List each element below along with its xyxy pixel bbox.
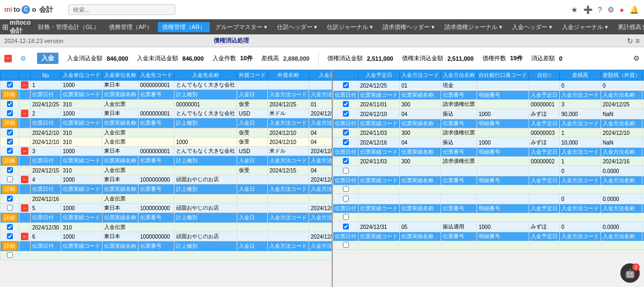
sub-checkbox[interactable]: [7, 167, 13, 173]
nav-item-seikyu-header[interactable]: 請求債権ヘッダー ▾: [378, 22, 439, 32]
detail-button[interactable]: 詳細: [2, 119, 17, 127]
nav-item-nyukin-journal[interactable]: 入金ジャーナル ▾: [558, 22, 612, 32]
sub-hdr-btn-cell[interactable]: 詳細: [1, 156, 19, 166]
row-minus-btn[interactable]: −: [21, 204, 28, 212]
sub-checkbox[interactable]: [7, 101, 13, 107]
person-icon[interactable]: ●: [619, 4, 625, 15]
gear-icon[interactable]: ⚙: [606, 4, 616, 15]
sub-check[interactable]: [1, 100, 19, 109]
rsub-checkbox[interactable]: [343, 101, 349, 107]
sub-check[interactable]: [1, 223, 19, 232]
nav-item-ruikei[interactable]: 累計残高データ年別 ▾: [613, 22, 644, 32]
rrow-checkbox-cell[interactable]: [333, 81, 358, 91]
nav-item-ar[interactable]: 債権管理（AR）: [158, 22, 210, 32]
row-checkbox[interactable]: [7, 205, 13, 211]
row-checkbox[interactable]: [7, 148, 13, 154]
empty-check[interactable]: [1, 252, 19, 260]
rempty-check[interactable]: [333, 241, 358, 250]
chat-bubble[interactable]: 🤖 2: [620, 263, 640, 283]
sub-check[interactable]: [1, 195, 19, 204]
rsub-check[interactable]: [333, 157, 358, 166]
row-checkbox-cell[interactable]: [1, 147, 19, 156]
nav-item-ap[interactable]: 債務管理（AP）: [105, 22, 157, 32]
row-checkbox-cell[interactable]: [1, 175, 19, 184]
rsub-check[interactable]: [333, 128, 358, 138]
rrow-checkbox[interactable]: [343, 196, 349, 202]
empty-checkbox[interactable]: [7, 252, 13, 258]
rrow-checkbox[interactable]: [343, 224, 349, 229]
rsub-check[interactable]: [333, 100, 358, 109]
search-box[interactable]: [68, 4, 175, 15]
sub-hdr-btn-cell[interactable]: 詳細: [1, 241, 19, 252]
detail-button[interactable]: 詳細: [2, 185, 17, 193]
rrow-checkbox-cell[interactable]: [333, 222, 358, 232]
rrow-checkbox-cell[interactable]: [333, 138, 358, 148]
row-minus-btn[interactable]: −: [21, 110, 28, 117]
rempty-check[interactable]: [333, 185, 358, 194]
row-minus-btn[interactable]: −: [21, 147, 28, 155]
star-icon[interactable]: ★: [570, 4, 579, 15]
rrow-checkbox-cell[interactable]: [333, 166, 358, 176]
nav-item-shiwake-header[interactable]: 仕訳ヘッダー ▾: [273, 22, 321, 32]
rrow-jisha: [529, 81, 560, 91]
rsub-checkbox[interactable]: [343, 158, 349, 164]
sub-checkbox[interactable]: [7, 224, 13, 230]
rempty-checkbox[interactable]: [343, 242, 349, 248]
nav-grid-icon[interactable]: ⊞: [2, 23, 9, 31]
row-checkbox[interactable]: [7, 176, 13, 182]
detail-button[interactable]: 詳細: [2, 156, 17, 165]
detail-button[interactable]: 詳細: [2, 90, 17, 99]
row-checkbox-cell[interactable]: [1, 232, 19, 241]
row-checkbox[interactable]: [7, 233, 13, 239]
rrow-checkbox[interactable]: [343, 82, 349, 88]
row-checkbox[interactable]: [7, 82, 13, 88]
sub-checkbox[interactable]: [7, 130, 13, 135]
right-settings-icon[interactable]: ⚙: [633, 54, 640, 62]
question-icon[interactable]: ?: [597, 4, 603, 15]
collapse-btn[interactable]: −: [4, 55, 12, 62]
rempty-checkbox[interactable]: [343, 214, 349, 220]
refresh-icon[interactable]: ↻: [627, 37, 633, 45]
notification-icon[interactable]: 🔔: [628, 4, 640, 15]
rrow-checkbox[interactable]: [343, 168, 349, 174]
sub-check[interactable]: [1, 166, 19, 175]
nav-item-nyukin-header[interactable]: 入金ヘッダー ▾: [508, 22, 557, 32]
row-checkbox-cell[interactable]: [1, 109, 19, 118]
row-minus-btn[interactable]: −: [21, 176, 28, 183]
row-checkbox-cell[interactable]: [1, 81, 19, 90]
rempty-checkbox[interactable]: [343, 186, 349, 192]
nav-item-gl[interactable]: 財務・管理会計（GL）: [34, 22, 104, 32]
row-checkbox-cell[interactable]: [1, 204, 19, 213]
search-input[interactable]: [68, 4, 175, 15]
sub-checkbox[interactable]: [7, 139, 13, 145]
nyukin-settings-icon[interactable]: ⚙: [20, 55, 26, 62]
sub-hdr-btn-cell[interactable]: 詳細: [1, 118, 19, 128]
sub-checkbox[interactable]: [7, 196, 13, 202]
add-icon[interactable]: ➕: [582, 4, 594, 15]
row-minus-btn[interactable]: −: [21, 81, 28, 89]
nav-item-shiwake-journal[interactable]: 仕訳ジャーナル ▾: [323, 22, 377, 32]
rempty-check[interactable]: [333, 213, 358, 222]
rrow-checkbox-cell[interactable]: [333, 194, 358, 204]
detail-button[interactable]: 詳細: [2, 213, 17, 222]
rrow-checkbox[interactable]: [343, 111, 349, 117]
rrow-checkbox-cell[interactable]: [333, 109, 358, 119]
sub-hdr-btn-cell[interactable]: 詳細: [1, 184, 19, 195]
sub-empty: [19, 223, 31, 232]
rsub-checkbox[interactable]: [343, 130, 349, 135]
sub-hdr-btn-cell[interactable]: 詳細: [1, 90, 19, 100]
right-table-row: 2024/12/10 04 振込 1000 みずほ 90,000 NaN 0 0…: [333, 109, 645, 119]
detail-button[interactable]: 詳細: [2, 242, 17, 250]
sub-hdr-btn-cell[interactable]: 詳細: [1, 213, 19, 223]
rrow-method-name: [441, 194, 477, 204]
row-checkbox[interactable]: [7, 110, 13, 116]
sub-check[interactable]: [1, 128, 19, 138]
nav-item-group[interactable]: グループマスター ▾: [211, 22, 272, 32]
nav-item-seikyu-journal[interactable]: 請求債権ジャーナル ▾: [440, 22, 507, 32]
sub-header-cell-4: 計上種別: [174, 156, 237, 166]
menu-icon[interactable]: ≡: [635, 37, 640, 45]
rcol-bank-code: 自社銀行口座コード: [477, 70, 529, 81]
row-minus-btn[interactable]: −: [21, 233, 28, 240]
sub-check[interactable]: [1, 138, 19, 147]
rrow-checkbox[interactable]: [343, 139, 349, 145]
